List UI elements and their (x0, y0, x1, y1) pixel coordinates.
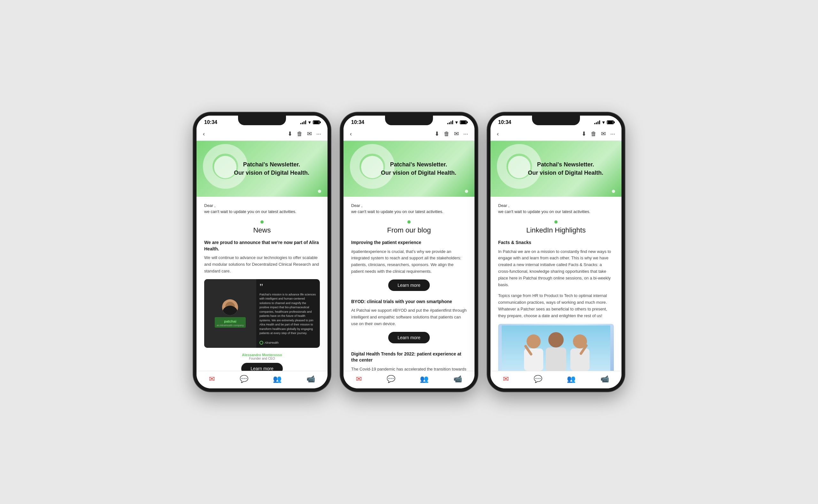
notch-2 (385, 116, 433, 125)
svg-rect-4 (546, 347, 566, 371)
hero-circle-inner-1 (214, 156, 236, 178)
toolbar-right-3: ⬇ 🗑 ✉ ··· (582, 130, 615, 137)
patchai-sub: an AliraHealth company (217, 324, 244, 327)
news-card-1: patchai an AliraHealth company " Patchai… (204, 279, 320, 348)
phone-content-2[interactable]: Patchai's Newsletter.Our vision of Digit… (343, 141, 475, 371)
article-title-1: We are proud to announce that we're now … (204, 240, 320, 252)
status-icons-1: ▾ (300, 120, 320, 125)
greeting-2: Dear , (351, 203, 467, 208)
tab-mail-3[interactable]: ✉ (503, 375, 509, 383)
svg-point-1 (527, 334, 541, 348)
greeting-3: Dear , (498, 203, 614, 208)
quote-mark-1: " (259, 282, 317, 291)
notch-1 (238, 116, 286, 125)
toolbar-left-3: ‹ (497, 131, 499, 137)
more-icon-3[interactable]: ··· (610, 131, 615, 137)
email-body-3: Dear , we can't wait to update you on ou… (491, 197, 622, 371)
hero-dot-3 (612, 190, 615, 193)
alira-logo-circle-1 (259, 341, 263, 345)
battery-3 (607, 120, 614, 124)
signal-bars-1 (300, 120, 306, 124)
greeting-1: Dear , (204, 203, 320, 208)
more-icon-1[interactable]: ··· (316, 131, 321, 137)
signal-bars-2 (447, 120, 453, 124)
download-icon-2[interactable]: ⬇ (435, 130, 440, 137)
tab-chat-2[interactable]: 💬 (386, 375, 395, 383)
tab-bar-2: ✉ 💬 👥 📹 (343, 371, 475, 388)
toolbar-left-2: ‹ (350, 131, 352, 137)
back-icon-1[interactable]: ‹ (203, 131, 205, 137)
tab-chat-3[interactable]: 💬 (534, 375, 542, 383)
phone-1: 10:34 ▾ ‹ ⬇ 🗑 ✉ ··· (193, 112, 331, 392)
article-title-2-1: BYOD: clinical trials with your own smar… (351, 299, 467, 305)
tab-mail-1[interactable]: ✉ (209, 375, 215, 383)
delete-icon-2[interactable]: 🗑 (444, 131, 450, 137)
toolbar-1: ‹ ⬇ 🗑 ✉ ··· (196, 128, 327, 141)
news-card-left-1: patchai an AliraHealth company (204, 279, 256, 348)
linkedin-body-3-2: Topics range from HR to Product to Tech … (498, 293, 614, 319)
svg-rect-6 (570, 348, 590, 371)
hero-circle-inner-3 (508, 156, 531, 178)
mail-icon-1[interactable]: ✉ (307, 130, 312, 137)
tab-video-1[interactable]: 📹 (306, 375, 315, 383)
news-card-person: patchai an AliraHealth company (215, 299, 246, 328)
toolbar-right-1: ⬇ 🗑 ✉ ··· (287, 130, 321, 137)
hero-dot-2 (465, 190, 468, 193)
alira-logo-text-1: AliraHealth (264, 341, 279, 344)
article-body-2-1: At Patchai we support #BYOD and put the … (351, 307, 467, 327)
learn-more-btn-2-1[interactable]: Learn more (388, 332, 430, 343)
battery-2 (460, 120, 467, 124)
tab-mail-2[interactable]: ✉ (356, 375, 362, 383)
more-icon-2[interactable]: ··· (463, 131, 468, 137)
wifi-icon-3: ▾ (602, 120, 605, 125)
hero-title-2: Patchai's Newsletter.Our vision of Digit… (381, 161, 456, 177)
toolbar-3: ‹ ⬇ 🗑 ✉ ··· (491, 128, 622, 141)
patchai-logo: patchai (224, 319, 236, 323)
signal-bars-3 (594, 120, 600, 124)
learn-more-btn-2-0[interactable]: Learn more (388, 279, 430, 291)
greeting-sub-3: we can't wait to update you on our lates… (498, 209, 614, 214)
mail-icon-2[interactable]: ✉ (454, 130, 459, 137)
phone-content-1[interactable]: Patchai's Newsletter.Our vision of Digit… (196, 141, 327, 371)
download-icon-1[interactable]: ⬇ (287, 130, 292, 137)
alira-logo-1: AliraHealth (259, 341, 317, 345)
wifi-icon-1: ▾ (308, 120, 310, 125)
hero-title-3: Patchai's Newsletter.Our vision of Digit… (528, 161, 603, 177)
article-body-2-2: The Covid-19 pandemic has accelerated th… (351, 366, 467, 371)
phone-3: 10:34 ▾ ‹ ⬇ 🗑 ✉ ··· (487, 112, 625, 392)
news-card-right-1: " Patchai's mission is to advance life s… (256, 279, 320, 348)
hero-title-1: Patchai's Newsletter.Our vision of Digit… (234, 161, 309, 177)
back-icon-2[interactable]: ‹ (350, 131, 352, 137)
tab-contacts-3[interactable]: 👥 (567, 375, 576, 383)
delete-icon-3[interactable]: 🗑 (591, 131, 597, 137)
tab-contacts-1[interactable]: 👥 (273, 375, 281, 383)
article-title-2-0: Improving the patient experience (351, 240, 467, 246)
toolbar-left-1: ‹ (203, 131, 205, 137)
tab-chat-1[interactable]: 💬 (240, 375, 248, 383)
quote-text-1: Patchai's mission is to advance life sci… (259, 293, 317, 336)
hero-text-3: Patchai's Newsletter.Our vision of Digit… (528, 161, 603, 177)
section-title-1: News (204, 226, 320, 234)
status-time-2: 10:34 (351, 119, 364, 125)
tab-video-3[interactable]: 📹 (600, 375, 609, 383)
tab-bar-1: ✉ 💬 👥 📹 (196, 371, 327, 388)
hero-banner-1: Patchai's Newsletter.Our vision of Digit… (196, 141, 327, 197)
hero-banner-2: Patchai's Newsletter.Our vision of Digit… (343, 141, 475, 197)
status-icons-2: ▾ (447, 120, 467, 125)
delete-icon-1[interactable]: 🗑 (297, 131, 302, 137)
back-icon-3[interactable]: ‹ (497, 131, 499, 137)
phone-content-3[interactable]: Patchai's Newsletter.Our vision of Digit… (491, 141, 622, 371)
svg-point-3 (548, 332, 564, 347)
greeting-sub-2: we can't wait to update you on our lates… (351, 209, 467, 214)
tab-video-2[interactable]: 📹 (454, 375, 462, 383)
linkedin-image-3 (498, 324, 614, 371)
hero-banner-3: Patchai's Newsletter.Our vision of Digit… (491, 141, 622, 197)
tab-contacts-2[interactable]: 👥 (420, 375, 429, 383)
hero-text-2: Patchai's Newsletter.Our vision of Digit… (381, 161, 456, 177)
hero-dot-1 (318, 190, 321, 193)
mail-icon-3[interactable]: ✉ (601, 130, 606, 137)
article-title-2-2: Digital Health Trends for 2022: patient … (351, 351, 467, 363)
download-icon-3[interactable]: ⬇ (582, 130, 586, 137)
learn-more-btn-1[interactable]: Learn more (241, 363, 283, 371)
status-time-1: 10:34 (204, 119, 217, 125)
